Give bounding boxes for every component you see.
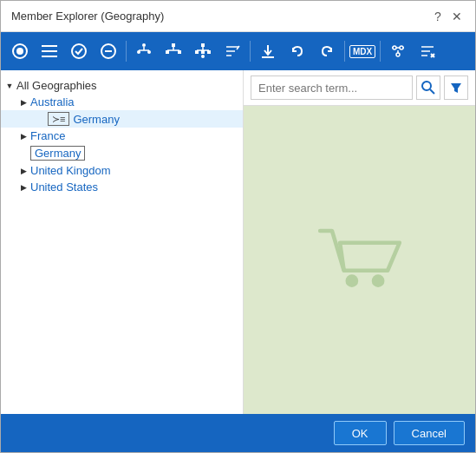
separator-4 (380, 41, 381, 62)
title-bar: Member Explorer (Geography) ? ✕ (1, 1, 475, 32)
svg-point-47 (422, 82, 431, 90)
svg-line-50 (340, 243, 344, 271)
main-content: ▼ All Geographies ▶ Australia ▶ ≻≡ Germa… (1, 70, 475, 414)
svg-rect-2 (42, 45, 57, 47)
hierarchy-button-1[interactable] (130, 37, 158, 65)
ok-button[interactable]: OK (334, 421, 387, 445)
france-toggle-icon[interactable]: ▶ (18, 131, 29, 141)
download-button[interactable] (254, 37, 282, 65)
tree-item-germany[interactable]: ▶ Germany (1, 144, 243, 162)
svg-marker-49 (451, 83, 461, 93)
hierarchy-button-2[interactable] (160, 37, 187, 65)
footer: OK Cancel (1, 414, 475, 452)
france-label: France (30, 129, 65, 142)
svg-rect-3 (42, 50, 57, 52)
uk-label: United Kingdom (30, 164, 111, 177)
member-explorer-dialog: Member Explorer (Geography) ? ✕ (0, 0, 476, 453)
cancel-button[interactable]: Cancel (394, 421, 465, 445)
orb-button[interactable] (6, 37, 34, 65)
svg-point-51 (345, 274, 358, 287)
root-toggle-icon[interactable]: ▼ (4, 81, 15, 91)
us-label: United States (30, 181, 98, 194)
list-button[interactable] (36, 37, 63, 65)
svg-point-52 (371, 274, 384, 287)
tree-root-item[interactable]: ▼ All Geographies (1, 77, 243, 94)
undo-button[interactable] (284, 37, 311, 65)
uk-toggle-icon[interactable]: ▶ (18, 166, 29, 176)
svg-point-29 (201, 55, 205, 58)
separator-1 (126, 41, 127, 62)
svg-rect-22 (201, 43, 205, 47)
search-input[interactable] (251, 76, 413, 100)
svg-point-5 (72, 44, 86, 58)
minus-circle-button[interactable] (95, 37, 122, 65)
germany-label: Germany (30, 146, 85, 161)
root-label: All Geographies (16, 79, 97, 92)
cart-area (244, 106, 475, 414)
search-bar (244, 70, 475, 106)
tree-item-uk[interactable]: ▶ United Kingdom (1, 162, 243, 179)
svg-point-8 (142, 43, 146, 47)
svg-point-37 (396, 53, 400, 56)
separator-2 (250, 41, 251, 62)
svg-line-48 (430, 89, 434, 94)
right-panel (244, 70, 475, 414)
toolbar: MDX (1, 32, 475, 70)
close-window-icon[interactable]: ✕ (449, 9, 465, 24)
filter-button[interactable] (384, 37, 412, 65)
redo-button[interactable] (313, 37, 341, 65)
tree-item-australia[interactable]: ▶ Australia (1, 94, 243, 110)
germany-tag: ≻≡ (48, 112, 69, 126)
tree-item-us[interactable]: ▶ United States (1, 179, 243, 195)
australia-toggle-icon[interactable]: ▶ (18, 97, 29, 108)
clear-button[interactable] (414, 37, 441, 65)
sort-button[interactable] (218, 37, 246, 65)
svg-point-36 (400, 46, 403, 49)
search-button[interactable] (416, 76, 440, 100)
mdx-label: MDX (349, 45, 375, 58)
tree-item-france[interactable]: ▶ France (1, 128, 243, 144)
separator-3 (344, 41, 345, 62)
filter-dropdown-button[interactable] (444, 76, 468, 100)
dialog-title: Member Explorer (Geography) (11, 10, 164, 23)
svg-point-35 (393, 46, 396, 49)
shopping-cart-icon (312, 215, 408, 305)
svg-rect-4 (42, 56, 57, 57)
tree-panel: ▼ All Geographies ▶ Australia ▶ ≻≡ Germa… (1, 70, 244, 414)
check-button[interactable] (65, 37, 93, 65)
mdx-button[interactable]: MDX (349, 37, 376, 65)
title-bar-icons: ? ✕ (430, 9, 465, 24)
tree-item-germany-sub[interactable]: ▶ ≻≡ Germany (1, 110, 243, 128)
svg-rect-16 (172, 43, 175, 47)
us-toggle-icon[interactable]: ▶ (18, 182, 29, 193)
germany-sub-label: Germany (73, 113, 119, 126)
australia-label: Australia (30, 95, 75, 108)
svg-point-1 (16, 48, 23, 55)
hierarchy-button-3[interactable] (189, 37, 217, 65)
help-icon[interactable]: ? (430, 9, 446, 24)
